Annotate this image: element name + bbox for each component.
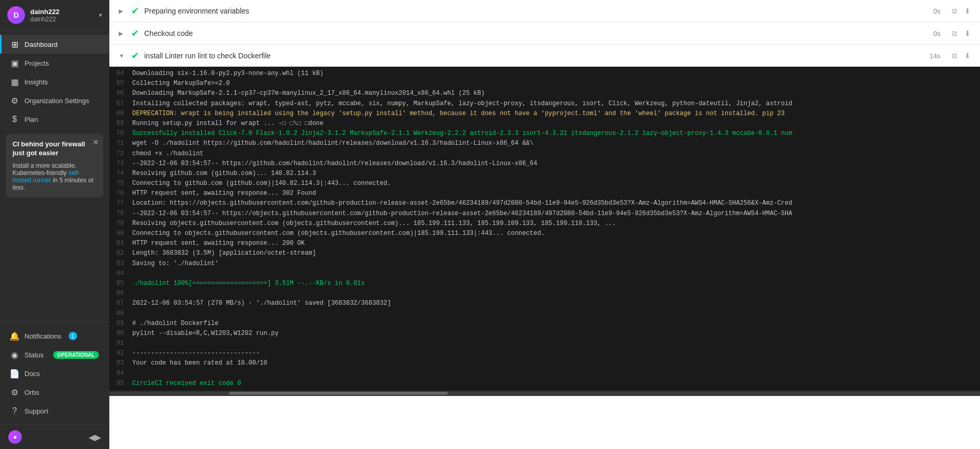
scrollbar-thumb[interactable] [229,392,448,395]
line-number: 78 [116,209,132,219]
log-line: 89# ./hadolint Dockerfile [109,319,980,329]
success-icon: ✔ [131,28,139,39]
line-number: 70 [116,129,132,139]
line-number: 75 [116,179,132,189]
chevron-down-icon: ▾ [99,11,102,19]
line-number: 80 [116,229,132,239]
line-text: Collecting MarkupSafe>=2.0 [132,79,230,89]
line-text: Successfully installed Click-7.0 Flask-1… [132,129,792,139]
open-in-new-icon[interactable]: ⧉ [952,29,957,38]
line-text: --2022-12-06 03:54:57-- https://github.c… [132,159,537,169]
line-text: Saving to: './hadolint' [132,259,219,269]
job-time: 14s [929,52,940,60]
line-number: 71 [116,139,132,148]
log-line: 74Resolving github.com (github.com)... 1… [109,169,980,179]
sidebar-item-org-settings[interactable]: ⚙ Organization Settings [0,91,109,110]
promo-close-button[interactable]: ✕ [93,138,99,146]
line-number: 84 [116,269,132,279]
sidebar-item-label: Notifications [24,332,61,340]
job-time: 0s [933,30,940,38]
sidebar-item-label: Organization Settings [24,97,89,105]
line-number: 87 [116,298,132,308]
log-line: 68 DEPRECATION: wrapt is being installed… [109,109,980,119]
job-section-install-linter: ▼ ✔ install Linter run lint to check Doc… [109,45,980,396]
line-number: 91 [116,339,132,348]
line-text: pylint --disable=R,C,W1203,W1202 run.py [132,329,279,339]
sidebar-item-label: Orbs [24,389,39,396]
log-line: 85./hadolint 100%[===================>] … [109,279,980,289]
line-text: Your code has been rated at 10.00/10 [132,358,267,368]
user-menu[interactable]: D dainh222 dainh222 ▾ [0,0,109,31]
collapse-sidebar-button[interactable]: ◀▶ [89,432,101,442]
log-line: 872022-12-06 03:54:57 (270 MB/s) - './ha… [109,298,980,308]
job-row-prepare-env[interactable]: ▶ ✔ Preparing environment variables 0s ⧉… [109,0,980,22]
line-text: wget -O ./hadolint https://github.com/ha… [132,139,534,148]
sidebar-item-plan[interactable]: $ Plan [0,110,109,129]
job-time: 0s [933,7,940,15]
sidebar-item-support[interactable]: ? Support [0,402,109,420]
line-number: 82 [116,248,132,258]
sidebar-item-insights[interactable]: ▦ Insights [0,72,109,91]
line-number: 68 [116,109,132,119]
insights-icon: ▦ [10,77,19,86]
log-line: 71wget -O ./hadolint https://github.com/… [109,139,980,148]
log-line: 90pylint --disable=R,C,W1203,W1202 run.p… [109,329,980,339]
log-line: 83Saving to: './hadolint' [109,259,980,269]
sidebar-item-status[interactable]: ◉ Status OPERATIONAL [0,345,109,364]
sidebar-item-dashboard[interactable]: ⊞ Dashboard [0,35,109,54]
line-number: 65 [116,79,132,89]
line-number: 94 [116,369,132,379]
line-text: 2022-12-06 03:54:57 (270 MB/s) - './hado… [132,298,391,308]
user-org: dainh222 [30,16,94,23]
projects-icon: ▣ [10,58,19,68]
log-line: 64 Downloading six-1.16.0-py2.py3-none-a… [109,69,980,79]
line-number: 89 [116,319,132,329]
log-line: 88 [109,309,980,319]
log-line: 67Installing collected packages: wrapt, … [109,99,980,109]
download-icon[interactable]: ⬇ [964,29,971,38]
line-number: 77 [116,198,132,208]
line-text: Downloading MarkupSafe-2.1.1-cp37-cp37m-… [132,89,485,98]
line-number: 73 [116,159,132,169]
job-section-checkout-code: ▶ ✔ Checkout code 0s ⧉ ⬇ [109,22,980,45]
log-line: 75Connecting to github.com (github.com)|… [109,179,980,189]
dashboard-icon: ⊞ [10,40,19,49]
line-number: 81 [116,239,132,248]
sidebar-item-notifications[interactable]: 🔔 Notifications 1 [0,327,109,345]
line-number: 64 [116,69,132,79]
line-text: # ./hadolint Dockerfile [132,319,219,329]
log-line: 79Resolving objects.githubusercontent.co… [109,219,980,229]
log-line: 84 [109,269,980,279]
sidebar-item-orbs[interactable]: ⚙ Orbs [0,383,109,402]
line-number: 92 [116,348,132,358]
org-settings-icon: ⚙ [10,96,19,105]
line-number: 95 [116,379,132,389]
sidebar-item-docs[interactable]: 📄 Docs [0,364,109,383]
job-row-install-linter[interactable]: ▼ ✔ install Linter run lint to check Doc… [109,45,980,67]
line-number: 79 [116,219,132,229]
line-text: HTTP request sent, awaiting response... … [132,189,316,198]
sidebar-item-label: Projects [24,59,49,67]
sidebar: D dainh222 dainh222 ▾ ⊞ Dashboard ▣ Proj… [0,0,109,449]
download-icon[interactable]: ⬇ [964,7,971,15]
line-text: Location: https://objects.githubusercont… [132,198,792,208]
line-text: DEPRECATION: wrapt is being installed us… [132,109,785,119]
notification-badge: 1 [69,332,77,340]
expand-icon: ▶ [119,30,126,37]
sidebar-item-projects[interactable]: ▣ Projects [0,54,109,72]
expand-icon: ▶ [119,8,126,15]
log-area[interactable]: 64 Downloading six-1.16.0-py2.py3-none-a… [109,67,980,391]
download-icon[interactable]: ⬇ [964,52,971,60]
line-text: chmod +x ./hadolint [132,149,204,159]
line-text: ./hadolint 100%[===================>] 3.… [132,279,365,289]
job-row-checkout-code[interactable]: ▶ ✔ Checkout code 0s ⧉ ⬇ [109,22,980,44]
line-number: 76 [116,189,132,198]
open-in-new-icon[interactable]: ⧉ [952,52,957,60]
open-in-new-icon[interactable]: ⧉ [952,7,957,16]
circleci-logo: ● [8,430,22,444]
collapse-icon: ▼ [119,53,126,59]
log-line: 94 [109,369,980,379]
log-line: 77Location: https://objects.githubuserco… [109,198,980,208]
line-number: 90 [116,329,132,339]
horizontal-scrollbar[interactable] [109,391,980,396]
